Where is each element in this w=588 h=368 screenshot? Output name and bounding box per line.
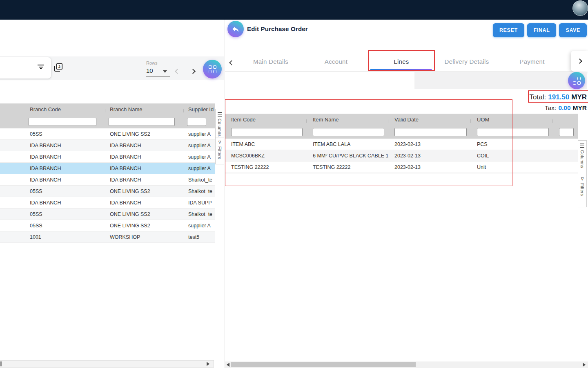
column-header-uom[interactable]: UOM [471, 117, 553, 123]
search-filter-card[interactable] [0, 57, 51, 79]
column-header-item-name[interactable]: Item Name [307, 117, 388, 123]
table-cell: IDA BRANCH [105, 177, 184, 183]
filter-input-supplier[interactable] [187, 118, 206, 126]
tab-delivery-details[interactable]: Delivery Details [434, 51, 499, 72]
table-cell: 2023-02-13 [388, 141, 471, 147]
table-row[interactable]: IDA BRANCHIDA BRANCHIDA SUPP [0, 197, 215, 209]
tab-payment[interactable]: Payment [499, 51, 565, 72]
apps-grid-icon [573, 77, 581, 85]
tab-account[interactable]: Account [303, 51, 369, 72]
rows-per-page-value[interactable]: 10 [146, 67, 153, 74]
scrollbar-thumb[interactable] [231, 362, 416, 367]
scroll-left-arrow-icon[interactable] [227, 363, 229, 367]
user-avatar[interactable] [572, 0, 588, 16]
filter-input-uom[interactable] [477, 128, 549, 136]
table-row[interactable]: TESTING 22222TESTING 222222023-02-13Unit [225, 162, 578, 173]
duplicate-page-2-icon[interactable]: 2 [54, 63, 62, 72]
page-title: Edit Purchase Order [247, 25, 308, 32]
total-value: 191.50 [548, 93, 569, 101]
table-row[interactable]: IDA BRANCHIDA BRANCHsupplier A [0, 140, 215, 151]
table-cell: 2023-02-13 [388, 164, 471, 170]
table-row[interactable]: 05SSONE LIVING SS2Shaikot_te [0, 209, 215, 220]
table-cell: supplier A [184, 143, 215, 148]
table-cell: 05SS [25, 211, 105, 217]
lines-table-bottom-border [225, 173, 578, 173]
left-table-horizontal-scrollbar[interactable] [0, 360, 214, 368]
apps-grid-button-right[interactable] [568, 72, 585, 89]
filter-input-branch-code[interactable] [29, 118, 96, 126]
scroll-right-arrow-icon[interactable] [583, 363, 586, 367]
columns-side-tab[interactable]: Columns [578, 140, 587, 174]
table-row[interactable]: IDA BRANCHIDA BRANCHShaikot_te [0, 174, 215, 186]
filters-side-tab[interactable]: ∇ Filters [215, 137, 224, 164]
filter-input-item-name[interactable] [313, 128, 384, 136]
table-row[interactable]: 05SSONE LIVING SS2supplier A [0, 220, 215, 231]
chevron-down-icon[interactable] [163, 70, 167, 73]
tab-lines[interactable]: Lines [369, 51, 434, 72]
column-header-branch-code[interactable]: Branch Code [25, 106, 105, 112]
tax-currency: MYR [573, 104, 587, 112]
table-cell: supplier A [184, 166, 215, 171]
tax-label: Tax: [545, 104, 556, 112]
total-amount: Total: 191.50 MYR [530, 92, 587, 103]
column-header-item-code[interactable]: Item Code [225, 117, 307, 123]
table-cell: supplier A [184, 154, 215, 160]
table-cell: MCSC006BKZ [225, 153, 307, 159]
tabs-scroll-left-button[interactable] [230, 59, 234, 66]
final-button[interactable]: FINAL [527, 23, 557, 37]
table-row[interactable]: IDA BRANCHIDA BRANCHsupplier A [0, 163, 215, 174]
filter-input-branch-name[interactable] [109, 118, 175, 126]
column-header-branch-name[interactable]: Branch Name [105, 106, 184, 112]
table-cell: IDA BRANCH [25, 143, 105, 148]
column-header-supplier[interactable]: Supplier Id [184, 106, 215, 112]
tabs-scroll-right-button[interactable] [571, 51, 588, 72]
rows-select-underline [146, 76, 170, 77]
columns-side-tab[interactable]: Columns [215, 109, 224, 137]
tab-main-details[interactable]: Main Details [238, 51, 303, 72]
next-page-button[interactable] [191, 67, 195, 75]
table-row[interactable]: IDA BRANCHIDA BRANCHsupplier A [0, 151, 215, 163]
table-row[interactable]: MCSC006BKZ6 MM² CU/PVC BLACK CABLE 1...2… [225, 150, 578, 162]
table-cell: ONE LIVING SS2 [105, 131, 184, 137]
tab-bar: Main Details Account Lines Delivery Deta… [225, 51, 588, 72]
filter-funnel-icon: ∇ [218, 140, 221, 144]
back-arrow-icon [232, 25, 240, 33]
table-row[interactable]: 1001WORKSHOPtest5 [0, 231, 215, 243]
table-cell: 05SS [25, 223, 105, 229]
table-cell: 1001 [25, 234, 105, 240]
filters-side-tab[interactable]: ∇ Filters [578, 174, 587, 207]
save-button[interactable]: SAVE [559, 23, 587, 37]
columns-bars-icon [218, 112, 222, 117]
tax-value: 0.00 [558, 104, 570, 112]
table-cell: supplier A [184, 131, 215, 137]
scrollbar-thumb[interactable] [0, 361, 2, 366]
apps-grid-icon [209, 65, 216, 73]
table-cell: 05SS [25, 188, 105, 194]
total-currency: MYR [571, 93, 587, 101]
filters-side-tab-label: Filters [580, 183, 585, 196]
filter-input-extra[interactable] [559, 128, 574, 136]
rows-per-page-label: Rows [146, 61, 158, 65]
table-row[interactable]: ITEM ABCITEM ABC LALA2023-02-13PCS [225, 139, 578, 150]
back-button[interactable] [227, 21, 244, 37]
table-cell: IDA BRANCH [105, 200, 184, 206]
table-cell: PCS [471, 141, 553, 147]
lines-table-horizontal-scrollbar[interactable] [225, 361, 588, 368]
active-tab-underline [370, 69, 432, 71]
table-row[interactable]: 05SSONE LIVING SS2supplier A [0, 128, 215, 140]
table-cell: IDA SUPP [184, 200, 215, 206]
apps-grid-button[interactable] [203, 60, 222, 79]
table-cell: IDA BRANCH [105, 143, 184, 148]
left-table-side-tabs: Columns ∇ Filters [215, 109, 224, 164]
filter-input-valid-date[interactable] [394, 128, 467, 136]
table-cell: Unit [471, 164, 553, 170]
column-header-valid-date[interactable]: Valid Date [388, 117, 471, 123]
table-row[interactable]: 05SSONE LIVING SS2Shaikot_te [0, 186, 215, 197]
lines-table-body: ITEM ABCITEM ABC LALA2023-02-13PCSMCSC00… [225, 139, 578, 173]
filter-input-item-code[interactable] [231, 128, 303, 136]
scroll-right-arrow-icon[interactable] [207, 362, 209, 366]
previous-page-button[interactable] [176, 67, 179, 75]
lines-table-filter-row [225, 125, 578, 139]
reset-button[interactable]: RESET [493, 23, 524, 37]
filter-list-icon[interactable] [37, 65, 45, 70]
